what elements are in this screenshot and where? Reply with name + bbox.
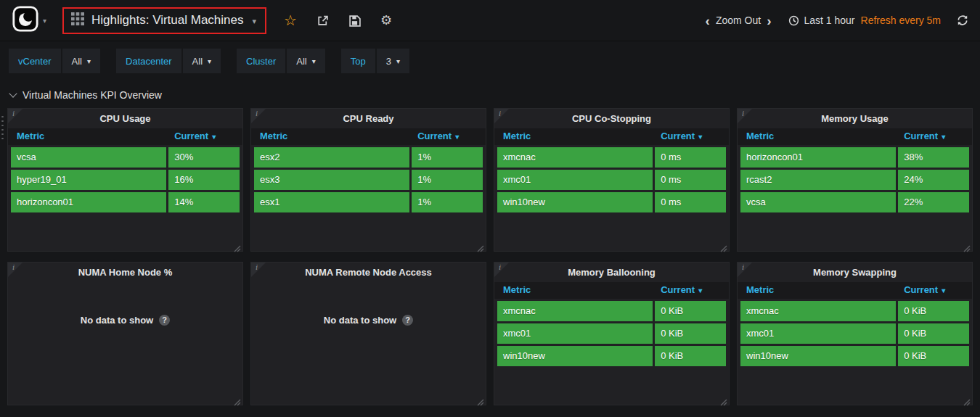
metric-cell: win10new xyxy=(740,346,896,366)
info-icon: i xyxy=(12,263,15,271)
panel-title[interactable]: Memory Swapping xyxy=(738,263,972,282)
panel-info-corner[interactable] xyxy=(251,263,266,277)
filter-cluster-dropdown[interactable]: All ▾ xyxy=(287,49,324,73)
sort-caret-icon: ▾ xyxy=(942,286,945,294)
refresh-dashboard-button[interactable] xyxy=(957,15,968,26)
column-header-current-label: Current xyxy=(661,131,695,141)
panel-resize-handle[interactable] xyxy=(720,242,727,249)
table-row: esx3 1% xyxy=(251,170,486,190)
metric-cell: esx2 xyxy=(254,147,409,168)
row-collapse-toggle[interactable]: Virtual Machines KPI Overview xyxy=(0,80,162,104)
star-dashboard-button[interactable]: ☆ xyxy=(284,13,297,28)
value-cell: 14% xyxy=(168,192,240,212)
column-header-metric[interactable]: Metric xyxy=(740,282,896,299)
panel-memory-usage: i Memory Usage Metric Current▾ horizonco… xyxy=(737,108,973,252)
column-header-current[interactable]: Current▾ xyxy=(655,128,726,145)
value-cell: 30% xyxy=(168,147,240,168)
value-cell: 1% xyxy=(412,192,483,212)
share-dashboard-button[interactable] xyxy=(317,15,329,27)
sort-caret-icon: ▾ xyxy=(942,133,945,141)
panel-title[interactable]: NUMA Remote Node Access xyxy=(251,263,486,282)
dashboard-grid-icon xyxy=(71,12,84,28)
row-drag-handle[interactable] xyxy=(1,115,4,139)
metric-cell: rcast2 xyxy=(740,170,896,190)
panel-resize-handle[interactable] xyxy=(477,396,484,403)
panel-info-corner[interactable] xyxy=(251,109,266,123)
refresh-interval-picker[interactable]: Refresh every 5m xyxy=(861,15,941,26)
value-cell: 0 KiB xyxy=(898,301,969,321)
save-dashboard-button[interactable] xyxy=(348,15,361,27)
panel-info-corner[interactable] xyxy=(738,109,752,123)
shift-time-back-button[interactable]: ‹ xyxy=(701,14,714,28)
panel-title[interactable]: Memory Usage xyxy=(738,109,972,128)
metric-cell: horizoncon01 xyxy=(740,147,896,168)
panel-title[interactable]: Memory Ballooning xyxy=(494,263,729,282)
panel-info-corner[interactable] xyxy=(738,263,752,277)
filter-datacenter-label: Datacenter xyxy=(116,49,181,73)
table-row: horizoncon01 38% xyxy=(738,147,972,168)
column-header-current[interactable]: Current▾ xyxy=(898,282,969,299)
zoom-out-button[interactable]: Zoom Out xyxy=(714,15,762,26)
settings-gear-icon[interactable]: ⚙ xyxy=(380,14,392,27)
dropdown-caret-icon: ▾ xyxy=(312,57,316,65)
filter-datacenter-dropdown[interactable]: All ▾ xyxy=(183,49,221,73)
grafana-menu-button[interactable]: ▾ xyxy=(6,2,52,38)
panel-resize-handle[interactable] xyxy=(234,396,241,403)
panel-resize-handle[interactable] xyxy=(963,396,971,403)
panel-title[interactable]: CPU Usage xyxy=(8,109,242,128)
value-cell: 16% xyxy=(168,170,240,190)
column-header-current[interactable]: Current▾ xyxy=(898,128,969,145)
table-row: vcsa 30% xyxy=(8,147,242,168)
table-row: rcast2 24% xyxy=(738,170,972,190)
panel-info-corner[interactable] xyxy=(8,263,23,277)
column-header-metric[interactable]: Metric xyxy=(497,282,653,299)
metric-cell: hyper19_01 xyxy=(11,170,166,190)
column-header-current[interactable]: Current▾ xyxy=(168,128,240,145)
value-cell: 0 KiB xyxy=(655,301,726,321)
panel-resize-handle[interactable] xyxy=(477,242,484,249)
value-cell: 0 ms xyxy=(655,147,726,168)
panel-resize-handle[interactable] xyxy=(720,396,727,403)
table-row: vcsa 22% xyxy=(738,192,972,212)
filter-top-value: 3 xyxy=(386,56,391,67)
column-header-current-label: Current xyxy=(417,131,452,141)
column-header-metric[interactable]: Metric xyxy=(497,128,653,145)
filter-top-dropdown[interactable]: 3 ▾ xyxy=(377,49,409,73)
panel-title[interactable]: NUMA Home Node % xyxy=(8,263,242,282)
panel-info-corner[interactable] xyxy=(494,109,509,123)
panel-info-corner[interactable] xyxy=(494,263,509,277)
filter-top: Top 3 ▾ xyxy=(341,49,409,73)
row-title: Virtual Machines KPI Overview xyxy=(23,89,162,101)
filter-cluster-label: Cluster xyxy=(237,49,285,73)
column-header-metric[interactable]: Metric xyxy=(254,128,409,145)
shift-time-forward-button[interactable]: › xyxy=(762,14,775,28)
question-circle-icon[interactable]: ? xyxy=(159,315,170,326)
panel-info-corner[interactable] xyxy=(8,109,23,123)
panel-resize-handle[interactable] xyxy=(963,242,971,249)
panel-resize-handle[interactable] xyxy=(234,242,241,249)
filter-vcenter-dropdown[interactable]: All ▾ xyxy=(62,49,100,73)
dashboard-title-caret-icon: ▾ xyxy=(253,17,257,26)
panel-title[interactable]: CPU Ready xyxy=(251,109,486,128)
column-header-metric[interactable]: Metric xyxy=(11,128,166,145)
filter-vcenter-label: vCenter xyxy=(9,49,61,73)
column-header-current[interactable]: Current▾ xyxy=(655,282,726,299)
table-row: xmcnac 0 ms xyxy=(494,147,729,168)
column-header-metric[interactable]: Metric xyxy=(740,128,896,145)
panel-title[interactable]: CPU Co-Stopping xyxy=(494,109,729,128)
panel-memory-ballooning: i Memory Ballooning Metric Current▾ xmcn… xyxy=(494,262,730,405)
time-range-picker[interactable]: Last 1 hour xyxy=(788,15,854,26)
table-row: win10new 0 KiB xyxy=(738,346,972,366)
metric-cell: vcsa xyxy=(740,192,896,212)
dashboard-title-button[interactable]: Highlights: Virtual Machines ▾ xyxy=(62,7,266,34)
column-header-current[interactable]: Current▾ xyxy=(412,128,483,145)
table-row: hyper19_01 16% xyxy=(8,170,242,190)
panel-grid: i CPU Usage Metric Current▾ vcsa 30% hyp… xyxy=(0,104,980,413)
question-circle-icon[interactable]: ? xyxy=(402,315,413,326)
info-icon: i xyxy=(12,109,15,117)
value-cell: 0 KiB xyxy=(898,346,969,366)
sort-caret-icon: ▾ xyxy=(698,286,702,294)
grafana-menu-caret-icon: ▾ xyxy=(43,17,46,25)
navbar-actions: ☆ ⚙ xyxy=(284,13,392,28)
table-row: xmcnac 0 KiB xyxy=(738,301,972,321)
